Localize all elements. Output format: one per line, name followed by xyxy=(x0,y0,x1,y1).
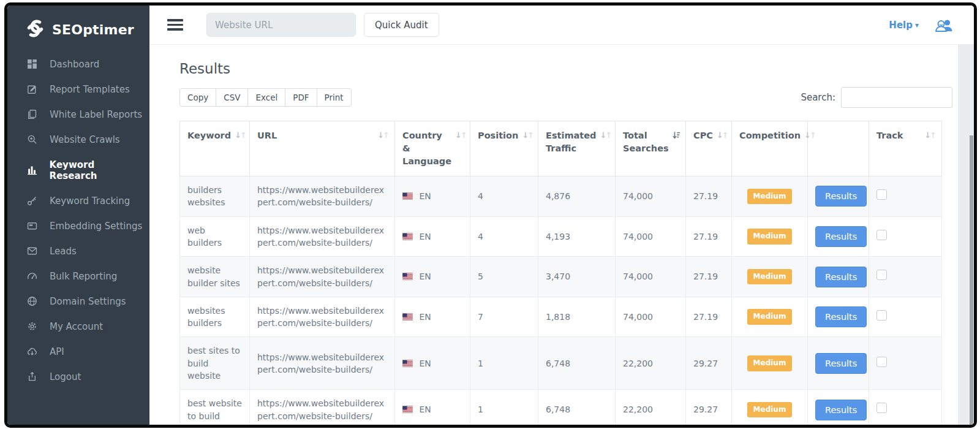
brand-name: SEOptimer xyxy=(52,22,134,37)
keyword-cell: website builder sites xyxy=(180,257,250,297)
page-title: Results xyxy=(179,61,952,77)
topbar: Quick Audit Help ▾ xyxy=(149,6,974,45)
us-flag-icon xyxy=(402,192,413,200)
sidebar-item-leads[interactable]: Leads xyxy=(7,238,149,264)
total-searches-cell: 22,200 xyxy=(616,390,686,428)
column-header-estimated-traffic[interactable]: Estimated Traffic↓↑ xyxy=(538,121,616,177)
estimated-traffic-cell: 3,470 xyxy=(538,257,616,297)
results-button[interactable]: Results xyxy=(815,400,867,420)
track-cell xyxy=(869,297,942,337)
search-input[interactable] xyxy=(841,87,952,108)
position-cell: 4 xyxy=(470,216,538,257)
sidebar-item-my-account[interactable]: My Account xyxy=(7,314,149,339)
country-language-cell: EN xyxy=(395,390,470,428)
brand-logo[interactable]: SEOptimer xyxy=(7,6,149,51)
cpc-cell: 29.27 xyxy=(686,390,732,428)
sidebar-item-keyword-research[interactable]: Keyword Research xyxy=(7,152,149,188)
help-menu[interactable]: Help xyxy=(889,20,913,31)
column-header-url[interactable]: URL↓↑ xyxy=(250,121,395,177)
us-flag-icon xyxy=(402,360,413,367)
leads-icon xyxy=(27,246,39,257)
users-icon[interactable] xyxy=(935,18,953,32)
column-header-cpc[interactable]: CPC↓↑ xyxy=(686,121,732,177)
track-cell xyxy=(869,257,942,297)
column-header-position[interactable]: Position↓↑ xyxy=(470,121,538,177)
us-flag-icon xyxy=(402,406,413,413)
sidebar-item-logout[interactable]: Logout xyxy=(7,364,149,389)
results-button[interactable]: Results xyxy=(815,267,867,287)
sidebar-nav: Dashboard Report Templates White Label R… xyxy=(7,51,149,389)
column-header-total-searches[interactable]: Total Searches xyxy=(616,121,686,177)
cpc-cell: 27.19 xyxy=(686,216,732,257)
url-cell: https://www.websitebuilderexpert.com/web… xyxy=(250,177,395,217)
results-button[interactable]: Results xyxy=(815,306,867,327)
us-flag-icon xyxy=(402,273,413,280)
table-row: best website to build https://www.websit… xyxy=(180,390,942,428)
position-cell: 1 xyxy=(470,337,538,390)
actions-cell: Results xyxy=(808,390,869,428)
url-cell: https://www.websitebuilderexpert.com/web… xyxy=(250,216,395,257)
track-checkbox[interactable] xyxy=(876,310,887,321)
gears-logo-icon xyxy=(24,18,46,42)
total-searches-cell: 74,000 xyxy=(616,257,686,297)
sort-icon: ↓↑ xyxy=(235,130,246,142)
sidebar-item-white-label-reports[interactable]: White Label Reports xyxy=(7,102,149,127)
actions-cell: Results xyxy=(808,177,869,217)
sidebar-item-website-crawls[interactable]: Website Crawls xyxy=(7,127,149,152)
excel-button[interactable]: Excel xyxy=(247,88,285,107)
track-checkbox[interactable] xyxy=(876,230,887,240)
app-window: SEOptimer Dashboard Report Templates Whi… xyxy=(4,2,977,428)
country-language-cell: EN xyxy=(395,337,470,390)
position-cell: 5 xyxy=(470,257,538,297)
results-button[interactable]: Results xyxy=(815,226,867,247)
country-language-cell: EN xyxy=(395,257,470,297)
column-header-country-language[interactable]: Country & Language↓↑ xyxy=(395,121,470,177)
sidebar-item-bulk-reporting[interactable]: Bulk Reporting xyxy=(7,264,149,289)
scrollbar-track[interactable] xyxy=(958,45,974,425)
track-checkbox[interactable] xyxy=(876,357,887,367)
sidebar-item-domain-settings[interactable]: Domain Settings xyxy=(7,289,149,314)
my-account-icon xyxy=(27,321,39,332)
keyword-cell: best website to build xyxy=(180,390,250,428)
column-header-track[interactable]: Track↓↑ xyxy=(869,121,942,177)
results-button[interactable]: Results xyxy=(815,186,867,207)
track-cell xyxy=(869,177,942,217)
track-checkbox[interactable] xyxy=(876,270,887,280)
keyword-tracking-icon xyxy=(27,196,39,207)
track-checkbox[interactable] xyxy=(876,189,887,200)
scrollbar-thumb[interactable] xyxy=(970,135,973,425)
domain-settings-icon xyxy=(27,296,39,307)
copy-button[interactable]: Copy xyxy=(179,88,216,107)
website-url-input[interactable] xyxy=(206,13,356,37)
column-header-competition[interactable]: Competition↓↑ xyxy=(732,121,808,177)
export-button-group: Copy CSV Excel PDF Print xyxy=(179,88,352,107)
embedding-settings-icon xyxy=(27,221,39,232)
logout-icon xyxy=(27,371,39,382)
keyword-cell: websites builders xyxy=(180,297,250,337)
cpc-cell: 27.19 xyxy=(686,257,732,297)
pdf-button[interactable]: PDF xyxy=(285,88,317,107)
track-checkbox[interactable] xyxy=(876,403,887,413)
competition-cell: Medium xyxy=(732,177,808,217)
sidebar-item-embedding-settings[interactable]: Embedding Settings xyxy=(7,213,149,238)
sidebar-item-api[interactable]: API xyxy=(7,339,149,364)
website-crawls-icon xyxy=(27,134,39,145)
sidebar-item-dashboard[interactable]: Dashboard xyxy=(7,51,149,77)
cpc-cell: 27.19 xyxy=(686,177,732,217)
country-language-cell: EN xyxy=(395,216,470,257)
keyword-cell: web builders xyxy=(180,216,250,257)
sidebar-item-keyword-tracking[interactable]: Keyword Tracking xyxy=(7,188,149,213)
total-searches-cell: 74,000 xyxy=(616,297,686,337)
print-button[interactable]: Print xyxy=(317,88,352,107)
table-row: best sites to build website https://www.… xyxy=(180,337,942,390)
results-button[interactable]: Results xyxy=(815,353,867,374)
menu-toggle-icon[interactable] xyxy=(167,17,183,33)
column-header-keyword[interactable]: Keyword↓↑ xyxy=(180,121,250,177)
actions-cell: Results xyxy=(808,297,869,337)
quick-audit-button[interactable]: Quick Audit xyxy=(364,13,439,37)
csv-button[interactable]: CSV xyxy=(216,88,248,107)
sort-icon: ↓↑ xyxy=(522,130,533,142)
report-templates-icon xyxy=(27,84,39,95)
cpc-cell: 27.19 xyxy=(686,297,732,337)
sidebar-item-report-templates[interactable]: Report Templates xyxy=(7,77,149,102)
